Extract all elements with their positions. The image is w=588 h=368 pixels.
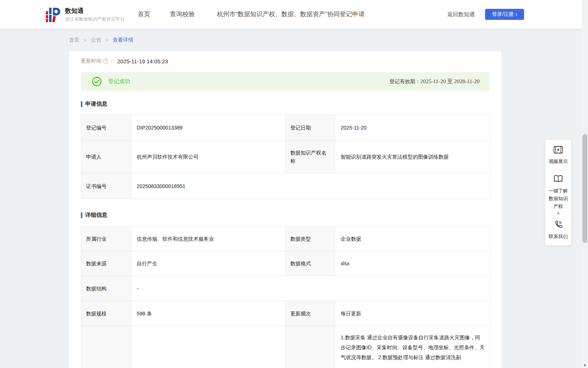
registration-success-banner: 登记成功 登记有效期：2025-11-20 至 2028-11-20 — [81, 72, 490, 91]
logo[interactable]: 数知通 浙江省数据知识产权登记平台 — [46, 7, 125, 22]
floating-panel-top: 视频展示 一键了解数据知识产权 ▾ — [545, 140, 571, 218]
detail-info-table: 所属行业 信息传输、软件和信息技术服务业 数据类型 企业数据 数据来源 自行产生… — [81, 226, 490, 368]
breadcrumb-separator: > — [84, 38, 87, 43]
table-row: 证书编号 20250833000018951 — [81, 173, 490, 199]
section-accent-bar — [81, 101, 82, 107]
logo-subtitle: 浙江省数据知识产权登记平台 — [65, 16, 125, 22]
table-row: 数据规模 598 条 更新频次 每日更新 — [81, 301, 490, 326]
update-time-label: 更新时间 — [81, 58, 101, 64]
field-value: 智能识别道路突发火灾算法模型的图像训练数据 — [335, 141, 490, 173]
phone-icon — [554, 220, 563, 229]
video-icon — [553, 146, 563, 154]
field-value: DIP2025000013389 — [131, 115, 286, 141]
status-badge: 登记成功 — [108, 78, 130, 85]
field-value: 自行产生 — [131, 251, 286, 276]
update-time-row: 更新时间 ? ： 2025-11-19 14:05:23 — [81, 58, 168, 64]
field-label: 更新频次 — [286, 301, 335, 326]
field-label — [286, 326, 335, 368]
table-row: 申请人 杭州声贝软件技术有限公司 数据知识产权名称 智能识别道路突发火灾算法模型… — [81, 141, 490, 173]
section-detail-info-title: 详细信息 — [85, 212, 107, 219]
field-label: 登记日期 — [286, 115, 335, 141]
field-value: 企业数据 — [335, 227, 490, 251]
breadcrumb-separator: > — [105, 38, 108, 43]
field-value-data-processing: 1.数据采集 通过企业自有摄像设备自行采集道路火灾图像，同步记录图像ID、采集时… — [335, 326, 490, 368]
nav-item-query-verify[interactable]: 查询校验 — [170, 0, 195, 29]
apply-info-table: 登记编号 DIP2025000013389 登记日期 2025-11-20 申请… — [81, 114, 490, 199]
validity-dates: 2025-11-20 至 2028-11-20 — [420, 78, 480, 84]
field-label: 数据规模 — [81, 301, 131, 326]
login-register-button[interactable]: 登录/注册 › — [485, 9, 524, 20]
section-apply-info: 申请信息 — [81, 100, 107, 107]
field-label: 所属行业 — [81, 227, 131, 251]
field-value: - — [131, 276, 490, 301]
learn-data-ip-button[interactable]: 一键了解数据知识产权 — [547, 174, 570, 210]
field-label: 数据来源 — [81, 251, 131, 276]
field-label: 证书编号 — [81, 173, 131, 199]
video-showcase-button[interactable]: 视频展示 — [547, 146, 570, 165]
help-icon[interactable]: ? — [103, 59, 108, 64]
field-label: 数据类型 — [286, 227, 335, 251]
field-value: 杭州声贝软件技术有限公司 — [131, 141, 286, 173]
logo-title: 数知通 — [65, 7, 125, 15]
field-label — [81, 326, 131, 368]
field-value: 2025-11-20 — [335, 115, 490, 141]
scrollbar[interactable]: ▼ — [582, 0, 588, 368]
table-row: 数据结构 - — [81, 276, 490, 301]
field-label: 数据格式 — [286, 251, 335, 276]
field-value — [131, 326, 286, 368]
field-value: xlsx — [335, 251, 490, 276]
check-circle-icon — [92, 77, 102, 86]
update-time-value: 2025-11-19 14:05:23 — [117, 58, 168, 64]
section-apply-info-title: 申请信息 — [85, 100, 107, 107]
nav-item-hangzhou-collaborative-registration[interactable]: 杭州市“数据知识产权、数据、数据资产”协同登记申请 — [217, 0, 365, 29]
section-accent-bar — [81, 212, 82, 218]
detail-content-card: 更新时间 ? ： 2025-11-19 14:05:23 登记成功 登记有效期：… — [69, 51, 501, 368]
scrollbar-down-arrow[interactable]: ▼ — [582, 364, 588, 367]
breadcrumb-home[interactable]: 首页 — [69, 37, 79, 43]
validity-label: 登记有效期： — [390, 78, 420, 84]
logo-ip-icon — [46, 7, 61, 22]
table-row: 数据来源 自行产生 数据格式 xlsx — [81, 251, 490, 276]
update-time-colon: ： — [109, 58, 114, 64]
divider — [551, 170, 566, 170]
field-label: 登记编号 — [81, 115, 131, 141]
contact-us-label: 联系我们 — [547, 233, 570, 240]
floating-panel-contact[interactable]: 联系我们 — [545, 215, 571, 245]
table-row: 登记编号 DIP2025000013389 登记日期 2025-11-20 — [81, 115, 490, 141]
validity-period: 登记有效期：2025-11-20 至 2028-11-20 — [390, 78, 490, 85]
section-detail-info: 详细信息 — [81, 212, 107, 219]
scrollbar-thumb[interactable] — [582, 134, 587, 243]
field-value: 20250833000018951 — [131, 173, 490, 199]
field-label: 数据结构 — [81, 276, 131, 301]
back-to-shuzhitong-link[interactable]: 返回数知通 — [447, 0, 475, 29]
field-label: 数据知识产权名称 — [286, 141, 335, 173]
field-value: 598 条 — [131, 301, 286, 326]
nav-item-home[interactable]: 首页 — [138, 0, 150, 29]
book-icon — [553, 174, 563, 183]
breadcrumb-announcements[interactable]: 公告 — [91, 37, 101, 43]
top-navigation-bar: 数知通 浙江省数据知识产权登记平台 首页 查询校验 杭州市“数据知识产权、数据、… — [0, 0, 588, 29]
breadcrumb-view-details: 查看详情 — [113, 37, 133, 43]
video-showcase-label: 视频展示 — [547, 158, 570, 165]
login-register-label: 登录/注册 — [492, 11, 514, 18]
table-row: 1.数据采集 通过企业自有摄像设备自行采集道路火灾图像，同步记录图像ID、采集时… — [81, 326, 490, 368]
table-row: 所属行业 信息传输、软件和信息技术服务业 数据类型 企业数据 — [81, 227, 490, 251]
chevron-right-icon: › — [515, 12, 517, 17]
field-label: 申请人 — [81, 141, 131, 173]
learn-data-ip-label: 一键了解数据知识产权 — [547, 187, 570, 210]
field-value: 每日更新 — [335, 301, 490, 326]
breadcrumb: 首页 > 公告 > 查看详情 — [69, 37, 133, 43]
field-value: 信息传输、软件和信息技术服务业 — [131, 227, 286, 251]
